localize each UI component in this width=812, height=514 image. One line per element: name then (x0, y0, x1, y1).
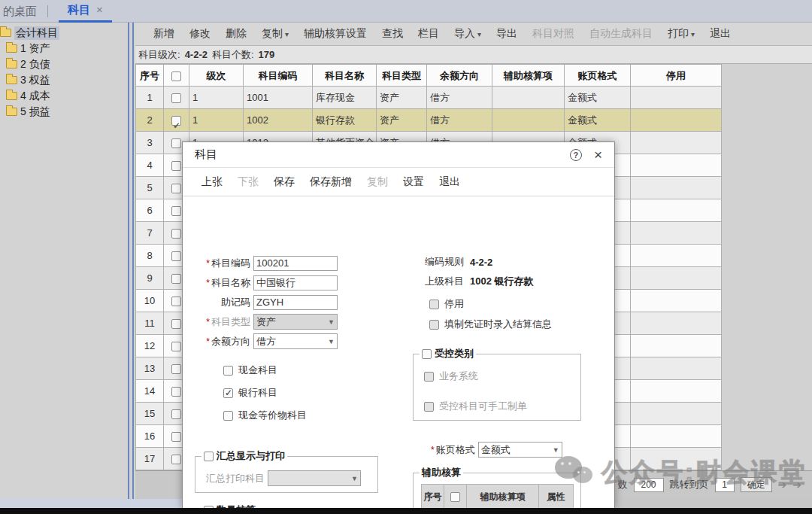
jump-to-page-input[interactable]: 1 (715, 478, 735, 492)
sidebar-item-1[interactable]: 1 资产 (0, 41, 128, 56)
chevron-down-icon: ▼ (328, 318, 335, 326)
sidebar-item-5[interactable]: 5 损益 (0, 104, 128, 120)
count-label: 科目个数: (212, 48, 254, 62)
tab-close-icon[interactable]: × (96, 0, 103, 20)
field-input-助记码[interactable]: ZGYH (253, 295, 338, 310)
tab-subject[interactable]: 科目 × (59, 0, 112, 23)
row-checkbox[interactable] (171, 116, 181, 126)
row-checkbox[interactable] (171, 206, 181, 216)
coding-rule-value: 4-2-2 (470, 257, 492, 268)
toolbar-查找[interactable]: 查找 (374, 27, 411, 41)
table-header-cell: 序号 (135, 64, 164, 87)
count-value: 179 (259, 49, 275, 60)
tree-root-accounts[interactable]: 会计科目 (0, 25, 128, 41)
controlled-category-checkbox[interactable] (422, 349, 432, 359)
toolbar-复制[interactable]: 复制▾ (254, 27, 296, 41)
summary-print-checkbox[interactable] (204, 452, 214, 461)
table-cell-code: 1001 (244, 87, 313, 109)
account-tree-sidebar: 会计科目 1 资产2 负债3 权益4 成本5 损益 (0, 23, 128, 499)
row-checkbox[interactable] (171, 342, 181, 351)
checkbox-row-现金等价物科目: 现金等价物科目 (223, 409, 307, 422)
table-cell-no: 1 (135, 87, 164, 109)
sidebar-item-label: 5 损益 (20, 105, 50, 119)
row-checkbox[interactable] (171, 387, 181, 397)
field-input-科目编码[interactable]: 100201 (253, 256, 338, 271)
row-checkbox[interactable] (171, 432, 181, 442)
parent-subject-label: 上级科目 (425, 275, 464, 288)
row-checkbox[interactable] (171, 138, 181, 148)
table-cell-stopped (631, 357, 722, 380)
chevron-down-icon: ▾ (285, 30, 289, 38)
next-page-icon[interactable]: ➔ (778, 479, 787, 491)
last-page-icon[interactable]: ➔ (792, 479, 801, 491)
checkbox-row-现金科目: 现金科目 (223, 363, 277, 377)
checkbox-现金科目[interactable] (223, 366, 233, 376)
table-row[interactable]: 111001库存现金资产借方金额式 (135, 87, 722, 109)
sidebar-item-4[interactable]: 4 成本 (0, 88, 128, 104)
table-cell-stopped (631, 87, 722, 109)
rows-per-page-input[interactable]: 200 (634, 478, 664, 492)
sidebar-splitter[interactable] (128, 23, 134, 499)
table-row[interactable]: 211002银行存款资产借方金额式 (135, 109, 722, 132)
table-cell-format: 金额式 (565, 109, 631, 132)
help-icon[interactable]: ? (570, 149, 582, 161)
field-select-余额方向[interactable]: 借方▼ (253, 333, 338, 349)
dialog-body: *科目编码100201*科目名称中国银行助记码ZGYH*科目类型资产▼*余额方向… (183, 196, 614, 508)
toolbar-打印[interactable]: 打印▾ (660, 27, 702, 41)
sidebar-item-3[interactable]: 3 权益 (0, 72, 128, 88)
dialog-toolbar-保存[interactable]: 保存 (267, 175, 301, 189)
aux-header-cell (444, 485, 467, 509)
table-header-cell: 余额方向 (427, 64, 492, 87)
toolbar-导出[interactable]: 导出 (489, 27, 525, 41)
sidebar-item-2[interactable]: 2 负债 (0, 56, 128, 72)
table-cell-no: 16 (135, 425, 164, 448)
select-all-checkbox[interactable] (171, 71, 181, 81)
ledger-format-select[interactable]: 金额式 ▼ (478, 442, 562, 458)
checkbox-label: 现金科目 (238, 363, 277, 377)
bottom-edge-bar (0, 508, 812, 514)
toolbar-新增[interactable]: 新增 (146, 27, 182, 41)
row-checkbox[interactable] (171, 184, 181, 193)
toolbar-辅助核算设置[interactable]: 辅助核算设置 (296, 27, 374, 41)
row-checkbox[interactable] (171, 229, 181, 239)
toolbar-修改[interactable]: 修改 (182, 27, 218, 41)
sidebar-item-label: 1 资产 (20, 42, 50, 56)
table-cell-stopped (631, 403, 722, 425)
table-cell-cb (164, 87, 189, 109)
table-cell-cb (164, 109, 189, 132)
folder-icon (6, 92, 17, 100)
chevron-down-icon: ▼ (328, 338, 335, 345)
row-checkbox[interactable] (171, 319, 181, 329)
dialog-toolbar-退出[interactable]: 退出 (432, 175, 467, 189)
table-header-cell: 科目编码 (244, 64, 313, 87)
row-checkbox[interactable] (171, 93, 181, 103)
confirm-page-button[interactable]: 确定 (741, 477, 772, 492)
row-checkbox[interactable] (171, 364, 181, 374)
dialog-toolbar-上张[interactable]: 上张 (195, 175, 229, 189)
close-icon[interactable]: × (594, 148, 602, 162)
row-checkbox[interactable] (171, 409, 181, 419)
row-checkbox[interactable] (171, 455, 181, 464)
toolbar-删除[interactable]: 删除 (218, 27, 254, 41)
toolbar-导入[interactable]: 导入▾ (447, 27, 489, 41)
tab-subject-label: 科目 (68, 0, 90, 20)
dialog-toolbar-保存新增[interactable]: 保存新增 (303, 175, 359, 189)
row-checkbox[interactable] (171, 161, 181, 171)
row-checkbox[interactable] (171, 274, 181, 284)
stop-use-checkbox[interactable] (429, 300, 439, 309)
aux-select-all-checkbox[interactable] (450, 492, 460, 502)
checkbox-现金等价物科目[interactable] (223, 411, 233, 421)
controlled-item-label: 受控科目可手工制单 (439, 400, 527, 413)
row-checkbox[interactable] (171, 251, 181, 261)
voucher-settlement-checkbox[interactable] (429, 320, 439, 330)
field-input-科目名称[interactable]: 中国银行 (253, 275, 338, 290)
level-value: 4-2-2 (185, 49, 208, 60)
row-checkbox[interactable] (171, 297, 181, 306)
toolbar-栏目[interactable]: 栏目 (411, 27, 447, 41)
dialog-toolbar-设置[interactable]: 设置 (396, 175, 431, 189)
table-header-cell: 科目名称 (313, 64, 377, 87)
tab-desktop[interactable]: 的桌面 (0, 0, 47, 23)
checkbox-银行科目[interactable] (223, 388, 233, 398)
toolbar-退出[interactable]: 退出 (702, 27, 738, 41)
table-cell-no: 15 (135, 403, 164, 425)
